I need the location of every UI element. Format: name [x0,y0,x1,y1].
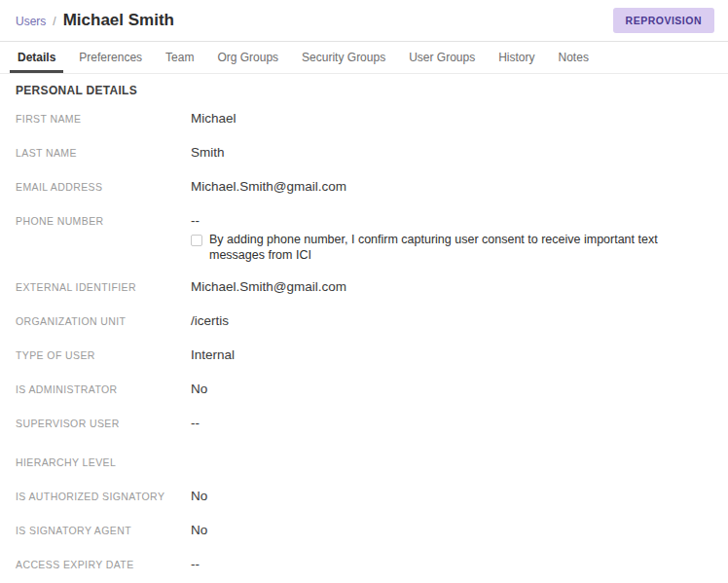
field-label: ORGANIZATION UNIT [16,312,191,331]
field-row-access-expiry-date: ACCESS EXPIRY DATE -- [16,555,712,574]
field-value: -- [191,555,712,573]
tab-label: Team [165,51,194,64]
breadcrumb: Users / Michael Smith [16,11,174,30]
field-row-supervisor-user: SUPERVISOR USER -- [16,414,712,433]
field-value: Michael.Smith@gmail.com [191,177,712,196]
field-value-wrap: Michael [191,109,712,128]
field-label: IS ADMINISTRATOR [16,381,191,399]
tab-label: Security Groups [302,51,385,64]
field-label: IS SIGNATORY AGENT [16,522,191,540]
field-value [191,448,712,466]
breadcrumb-users-link[interactable]: Users [16,15,46,28]
field-row-is-signatory-agent: IS SIGNATORY AGENT No [16,521,712,540]
field-value-wrap: -- [191,414,712,432]
field-label: PHONE NUMBER [16,212,191,231]
tab-bar: Details Preferences Team Org Groups Secu… [0,42,728,74]
field-value-wrap: Michael.Smith@gmail.com [191,277,712,296]
field-row-first-name: FIRST NAME Michael [16,109,712,128]
field-label: EMAIL ADDRESS [16,178,191,197]
tab-notes[interactable]: Notes [547,42,601,73]
field-value-wrap: No [191,487,712,505]
tab-label: Details [18,51,55,64]
tab-details[interactable]: Details [6,42,67,73]
field-row-organization-unit: ORGANIZATION UNIT /icertis [16,311,712,331]
field-label: HIERARCHY LEVEL [16,454,191,472]
field-label: IS AUTHORIZED SIGNATORY [16,488,191,506]
tab-label: History [498,51,534,64]
field-value: /icertis [191,311,712,330]
field-row-last-name: LAST NAME Smith [16,143,712,163]
tab-org-groups[interactable]: Org Groups [205,42,290,73]
field-value-wrap: -- By adding phone number, I confirm cap… [191,211,712,263]
field-value: -- [191,211,712,230]
field-value: Smith [191,143,712,162]
consent-note-text: By adding phone number, I confirm captur… [209,232,712,263]
field-label: ACCESS EXPIRY DATE [16,556,191,574]
tab-team[interactable]: Team [154,42,205,73]
field-value-wrap: Michael.Smith@gmail.com [191,177,712,196]
user-details-page: Users / Michael Smith REPROVISION Detail… [0,0,728,583]
field-value: -- [191,414,712,432]
field-label: FIRST NAME [16,110,191,128]
tab-user-groups[interactable]: User Groups [397,42,487,73]
field-label: SUPERVISOR USER [16,415,191,433]
field-row-external-identifier: EXTERNAL IDENTIFIER Michael.Smith@gmail.… [16,277,712,297]
tab-label: Notes [559,51,589,64]
field-label: TYPE OF USER [16,346,191,365]
field-value: No [191,380,712,398]
field-row-phone-number: PHONE NUMBER -- By adding phone number, … [16,211,712,263]
reprovision-button[interactable]: REPROVISION [613,8,714,33]
section-title: PERSONAL DETAILS [16,84,712,97]
field-value-wrap: No [191,380,712,398]
field-value: Michael.Smith@gmail.com [191,277,712,296]
field-value: No [191,487,712,505]
tab-label: User Groups [409,51,475,64]
consent-checkbox[interactable] [191,235,202,246]
breadcrumb-separator: / [53,15,55,28]
tab-label: Preferences [79,51,142,64]
field-value-wrap: Smith [191,143,712,162]
field-label: LAST NAME [16,144,191,163]
field-row-hierarchy-level: HIERARCHY LEVEL [16,448,712,472]
field-label: EXTERNAL IDENTIFIER [16,278,191,297]
field-row-is-authorized-signatory: IS AUTHORIZED SIGNATORY No [16,487,712,506]
tab-label: Org Groups [217,51,278,64]
field-row-type-of-user: TYPE OF USER Internal [16,346,712,365]
page-header: Users / Michael Smith REPROVISION [0,0,728,42]
phone-consent-row: By adding phone number, I confirm captur… [191,232,712,263]
field-row-is-administrator: IS ADMINISTRATOR No [16,380,712,399]
page-title: Michael Smith [63,11,174,30]
personal-details-section: PERSONAL DETAILS FIRST NAME Michael LAST… [0,74,728,583]
field-value-wrap [191,448,712,466]
field-value-wrap: -- [191,555,712,573]
field-value: No [191,521,712,539]
field-value: Internal [191,346,712,364]
field-row-email-address: EMAIL ADDRESS Michael.Smith@gmail.com [16,177,712,197]
field-value-wrap: /icertis [191,311,712,330]
tab-history[interactable]: History [487,42,546,73]
tab-preferences[interactable]: Preferences [67,42,154,73]
tab-security-groups[interactable]: Security Groups [290,42,397,73]
field-value-wrap: No [191,521,712,539]
field-value-wrap: Internal [191,346,712,364]
field-value: Michael [191,109,712,128]
